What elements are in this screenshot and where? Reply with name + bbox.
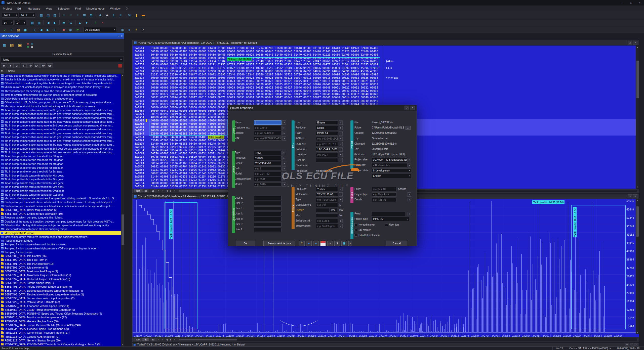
nav-last-icon[interactable]: » [173,190,177,192]
ecu-input[interactable] [316,158,338,162]
map-item-row[interactable]: Max engine IMEP torque. [0,231,121,235]
checksum-ok-icon[interactable]: ✓ [2,27,8,32]
map-item-row[interactable]: Threshold torque for deciding to drive t… [0,89,121,93]
tab-3d[interactable]: 3d [150,189,156,192]
close-icon[interactable]: × [121,35,123,37]
browse-button[interactable]: ... [406,126,411,130]
map-item-row[interactable]: Tip-in bump enable torque threshold for … [0,166,121,169]
map-folder-row[interactable]: B8517404_DATA: Desired fast indicated to… [0,289,121,292]
checkbox-bdm-bsl-protection[interactable]: Bdm/Bsl protection [354,234,380,237]
hexdump-view-icon[interactable]: ▦ [38,12,45,18]
close-icon[interactable]: × [633,194,637,198]
map-item-row[interactable]: Tip-in bump enable torque threshold for … [0,170,121,173]
window-titlebar[interactable]: WinOLS for Default ─ □ × [0,0,644,6]
minimize-icon[interactable]: ─ [625,343,629,346]
scroll-up-icon[interactable]: ▲ [636,46,639,49]
close-icon[interactable]: × [410,106,415,110]
expand-arrow-button[interactable]: > [339,137,343,141]
expand-arrow-button[interactable]: > [339,224,343,228]
client-input[interactable]: e.g. WAUZZZ8E35A23 [254,136,281,141]
map-item-row[interactable]: Tip-in bump compensation ramp rate in 5t… [0,135,121,139]
menu-item-window[interactable]: Window [107,6,123,11]
map-item-row[interactable]: Tip-in bump compensation ramp rate in 6t… [0,108,121,112]
nav-last-icon[interactable]: » [52,27,58,32]
nav-prev-icon[interactable]: ◀ [38,27,44,32]
scroll-up-icon[interactable]: ▲ [636,199,639,202]
map-folder-row[interactable]: B8519901_DATA: PGN65407 Speed and Torque… [0,312,121,315]
map-folder-row[interactable]: B8517722_DATA: Vehicle Mass Estimate (47… [0,300,121,304]
menu-item-edit[interactable]: Edit [15,6,25,11]
checkbox-noread-marker[interactable]: Noread marker [354,223,375,226]
map-folder-row[interactable]: B8517405_DATA: Desired slow indicated to… [0,292,121,296]
expand-arrow-button[interactable]: > [282,156,286,160]
nav-next-icon[interactable]: ▶ [169,190,173,192]
map-selection-titlebar[interactable]: Map selection ▾ × [0,33,124,39]
map-item-row[interactable]: Rubbing friction torque. [0,239,121,242]
close-icon[interactable]: × [635,0,644,6]
column-header-m[interactable]: M. [0,70,7,72]
filter-xx[interactable]: ## [40,63,46,68]
expand-arrow-button[interactable]: > [282,136,286,141]
map-item-row[interactable]: Tip-in bump disable torque threshold for… [0,189,121,193]
user-input[interactable] [254,196,281,200]
scrollbar-thumb[interactable] [636,61,639,98]
engine-input[interactable] [316,208,329,212]
close-icon[interactable]: × [634,343,638,346]
map-item-row[interactable]: Tip-in bump enable torque threshold for … [0,162,121,166]
hex-row[interactable]: 3A18A400036 00000 00000 00000 00000 0000… [133,86,639,89]
map-item-row[interactable]: Maximum rate at which smoke limit brake … [0,104,121,108]
expand-arrow-button[interactable]: > [339,158,343,162]
map-folder-row[interactable]: B8517391_DATA: Idle PID controller (15) [0,262,121,266]
text-format-icon[interactable]: A [97,12,103,18]
expand-arrow-button[interactable]: > [408,198,411,202]
scrollbar-thumb[interactable] [636,206,639,237]
map-folder-row[interactable]: B8517398_DATA: Torque smoke limit (1) [0,281,121,285]
spinner-icon[interactable]: ▲▼ [32,14,34,16]
menu-item-hardware[interactable]: Hardware [25,6,43,11]
map-item-row[interactable]: Dashpot torque threshold below which fas… [0,204,121,208]
map-item-row[interactable]: Filter constant for anti-noise filter fo… [0,227,121,231]
vehicle-input[interactable]: e.g. 2010 [254,182,281,187]
user-input[interactable] [254,212,281,216]
scroll-down-icon[interactable]: ▼ [121,343,124,346]
align-left-icon[interactable]: ≡ [61,12,67,18]
hex-row[interactable]: 3A17B400960 00960 00960 00960 00960 0096… [133,70,639,73]
project-box[interactable]: <All elements> [372,163,407,167]
expand-arrow-button[interactable]: > [339,219,343,223]
map-item-row[interactable]: Pumping friction torque. [0,250,121,254]
tab-menu-icon[interactable]: ≡ [157,190,160,192]
engine-input[interactable]: YCY24140-60 [316,192,338,197]
map-folder-row[interactable]: B8517596_DATA: Torque state switch input… [0,296,121,300]
map-item-row[interactable]: Tip-in bump compensation ramp rate in 3r… [0,120,121,123]
map-folder-row[interactable]: B8517401_DATA: Torque converter torque e… [0,285,121,289]
map-filter-combo[interactable]: Torqu ▾ [1,57,123,62]
map-folder-row[interactable]: B8517385_DATA: Engine torque estimation … [0,212,121,216]
map-folder-row[interactable]: B8517397_DATA: Reduced Torque Determinat… [0,277,121,281]
menu-item-find[interactable]: Find [72,6,84,11]
tab-text[interactable]: Text [134,338,142,341]
map-item-row[interactable]: Tip-in bump compensation ramp rate in 5t… [0,112,121,116]
align-center-icon[interactable]: ≡ [68,12,74,18]
project-dropdown[interactable]: English▾ [372,174,411,178]
sum-icon[interactable]: Σ [111,12,117,18]
map-item-row[interactable]: Tip-in bump disable torque threshold for… [0,193,121,196]
map-item-row[interactable]: Max engine brake torque vs injection spe… [0,235,121,239]
engine-input[interactable] [316,213,338,218]
ok-button[interactable]: OK [236,241,255,246]
vm-icon[interactable]: VM [74,27,80,32]
nav-first-icon[interactable]: « [31,27,37,32]
map-item-row[interactable]: Dashpot torque threshold above which fas… [0,200,121,204]
grid-small-icon[interactable]: ▦ [29,20,35,25]
project-box[interactable]: 3C,4000 + 39 ShadowData (1r [372,158,407,162]
map-item-row[interactable]: Tip-in bump compensation ramp rate in 2n… [0,147,121,150]
comm-dropdown[interactable]: Intel-Hex▾ [372,217,409,221]
spinner-icon[interactable]: ▲▼ [15,14,17,16]
percent-icon[interactable]: % [127,12,133,18]
engine-input[interactable]: Yuchai [316,187,338,191]
scrollbar-thumb[interactable] [122,214,124,245]
hex-row[interactable]: 3A18D400000 00000 00000 00000 00000 0000… [133,89,639,93]
move-left-icon[interactable]: ◀ [45,20,51,25]
engine-input[interactable]: e.g. Turbo-Diesel [316,198,338,202]
engine-input[interactable]: e.g. Euro 5 [316,219,338,223]
ecu-input[interactable]: 1JYUCAPP_B452D [316,147,338,152]
